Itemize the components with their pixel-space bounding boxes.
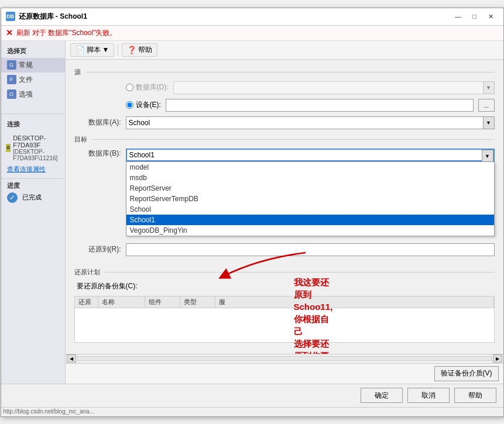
error-message: 刷新 对于 数据库"School"失败。 xyxy=(16,28,117,38)
sidebar: 选择页 G 常规 F 文件 O 选项 连接 🖥 DESKTOP-F7DA93F xyxy=(1,41,66,384)
progress-row: ✓ 已完成 xyxy=(7,192,59,203)
server-subtext: [DESKTOP-F7DA93F\11216] xyxy=(13,149,60,161)
plan-table-body xyxy=(74,308,495,343)
sidebar-label-files: 文件 xyxy=(19,75,33,85)
device-radio-group: 设备(E): xyxy=(126,100,161,110)
dropdown-item-reportservertempdb[interactable]: ReportServerTempDB xyxy=(126,194,494,204)
col-name: 名称 xyxy=(98,297,145,308)
close-button[interactable]: ✕ xyxy=(484,10,499,23)
source-db-select-wrapper: School ▼ xyxy=(126,116,495,129)
backup-set-label: 要还原的备份集(C): xyxy=(77,281,138,291)
scroll-track xyxy=(77,356,492,361)
restore-to-input[interactable] xyxy=(126,243,495,256)
database-radio-row: 数据库(D): ▼ xyxy=(74,81,495,94)
confirm-button[interactable]: 确定 xyxy=(361,388,403,403)
plan-section-title: 还原计划 xyxy=(74,268,495,277)
url-text: http://blog.csdn.net/blog_mc_ana... xyxy=(4,408,95,415)
sidebar-label-general: 常规 xyxy=(19,60,33,70)
restore-to-label: 还原到(R): xyxy=(74,244,121,254)
help-icon: ❓ xyxy=(127,46,136,54)
device-radio-row: 设备(E): D:\companySql\test\2020-03-11.bak… xyxy=(74,99,495,112)
script-label: 脚本 xyxy=(87,45,101,55)
target-section-title: 目标 xyxy=(74,135,495,144)
view-connection-props[interactable]: 查看连接属性 xyxy=(1,163,65,176)
source-db-select[interactable]: School xyxy=(126,116,495,129)
script-dropdown-icon: ▼ xyxy=(102,46,109,54)
validate-row: 验证备份介质(V) xyxy=(66,363,503,384)
window-title: 还原数据库 - School1 xyxy=(19,12,87,22)
scroll-left-btn[interactable]: ◀ xyxy=(67,354,76,363)
cancel-button[interactable]: 取消 xyxy=(407,388,450,403)
check-icon: ✓ xyxy=(7,192,18,203)
maximize-button[interactable]: □ xyxy=(467,10,482,23)
toolbar-separator xyxy=(118,44,118,56)
database-radio[interactable] xyxy=(126,84,133,91)
footer: 确定 取消 帮助 xyxy=(1,384,503,407)
dropdown-item-reportserver[interactable]: ReportServer xyxy=(126,183,494,194)
dropdown-item-msdb[interactable]: msdb xyxy=(126,173,494,183)
validate-button[interactable]: 验证备份介质(V) xyxy=(434,366,499,381)
main-window: DB 还原数据库 - School1 — □ ✕ ✕ 刷新 对于 数据库"Sch… xyxy=(1,8,504,417)
dropdown-item-school1[interactable]: School1 xyxy=(126,215,494,225)
error-icon: ✕ xyxy=(6,28,13,37)
device-radio-label: 设备(E): xyxy=(136,100,161,110)
sidebar-label-options: 选项 xyxy=(19,89,33,99)
main-content: 选择页 G 常规 F 文件 O 选项 连接 🖥 DESKTOP-F7DA93F xyxy=(1,41,503,384)
error-bar: ✕ 刷新 对于 数据库"School"失败。 xyxy=(1,26,503,41)
target-db-label: 数据库(B): xyxy=(74,149,121,158)
window-icon: DB xyxy=(6,12,15,21)
minimize-button[interactable]: — xyxy=(451,10,466,23)
target-db-dropdown-wrapper: School1 ▼ model msdb ReportServer Report… xyxy=(126,149,495,161)
connection-header: 连接 xyxy=(1,118,65,131)
server-icon: 🖥 xyxy=(6,144,11,152)
device-radio[interactable] xyxy=(126,101,133,109)
device-path-input[interactable]: D:\companySql\test\2020-03-11.bak xyxy=(166,99,474,112)
database-radio-group: 数据库(D): xyxy=(126,82,169,92)
title-bar-controls: — □ ✕ xyxy=(451,10,499,23)
col-type: 类型 xyxy=(180,297,215,308)
url-bar: http://blog.csdn.net/blog_mc_ana... xyxy=(1,407,503,416)
form-area: 源 数据库(D): ▼ xyxy=(66,60,503,354)
dropdown-item-vegoodb[interactable]: VegooDB_PingYin xyxy=(126,225,494,236)
restore-to-row: 还原到(R): xyxy=(74,243,495,256)
target-db-arrow[interactable]: ▼ xyxy=(482,150,493,163)
target-db-value: School1 xyxy=(129,151,491,159)
scroll-right-btn[interactable]: ▶ xyxy=(493,354,502,363)
server-name: DESKTOP-F7DA93F xyxy=(13,135,60,149)
horizontal-scrollbar[interactable]: ◀ ▶ xyxy=(66,354,503,363)
plan-table-header: 还原 名称 组件 类型 服 xyxy=(74,296,495,308)
target-db-dropdown-list: model msdb ReportServer ReportServerTemp… xyxy=(126,161,495,236)
general-icon: G xyxy=(7,60,16,70)
source-db-label: 数据库(A): xyxy=(74,118,121,127)
sidebar-header: 选择页 xyxy=(1,43,65,58)
toolbar: 📄 脚本 ▼ ❓ 帮助 xyxy=(66,41,503,60)
files-icon: F xyxy=(7,75,16,84)
col-restore: 还原 xyxy=(75,297,98,308)
target-db-input[interactable]: School1 ▼ xyxy=(126,149,495,161)
source-database-select-wrapper: ▼ xyxy=(173,81,495,94)
plan-section: 还原计划 要还原的备份集(C): 还原 名称 组件 类型 服 xyxy=(74,268,495,343)
progress-status: 已完成 xyxy=(22,193,42,202)
sidebar-item-options[interactable]: O 选项 xyxy=(1,87,65,102)
dropdown-item-school[interactable]: School xyxy=(126,204,494,215)
database-radio-label: 数据库(D): xyxy=(136,82,169,92)
source-db-row: 数据库(A): School ▼ xyxy=(74,116,495,129)
script-icon: 📄 xyxy=(76,46,85,54)
backup-set-row: 要还原的备份集(C): xyxy=(74,281,495,291)
target-db-row: 数据库(B): School1 ▼ model msdb ReportServe… xyxy=(74,149,495,161)
sidebar-item-general[interactable]: G 常规 xyxy=(1,58,65,73)
sidebar-item-files[interactable]: F 文件 xyxy=(1,73,65,87)
right-panel: 📄 脚本 ▼ ❓ 帮助 源 xyxy=(66,41,503,384)
script-button[interactable]: 📄 脚本 ▼ xyxy=(70,43,115,57)
source-section-title: 源 xyxy=(74,68,495,77)
col-server: 服 xyxy=(215,297,494,308)
source-database-select xyxy=(173,81,495,94)
help-label: 帮助 xyxy=(138,45,152,55)
title-bar: DB 还原数据库 - School1 — □ ✕ xyxy=(1,8,503,26)
browse-button[interactable]: ... xyxy=(478,99,495,112)
progress-header: 进度 xyxy=(7,181,59,190)
dropdown-item-model[interactable]: model xyxy=(126,162,494,173)
connection-server: 🖥 DESKTOP-F7DA93F [DESKTOP-F7DA93F\11216… xyxy=(1,133,65,163)
help-button[interactable]: ❓ 帮助 xyxy=(122,43,157,57)
footer-help-button[interactable]: 帮助 xyxy=(454,388,496,403)
